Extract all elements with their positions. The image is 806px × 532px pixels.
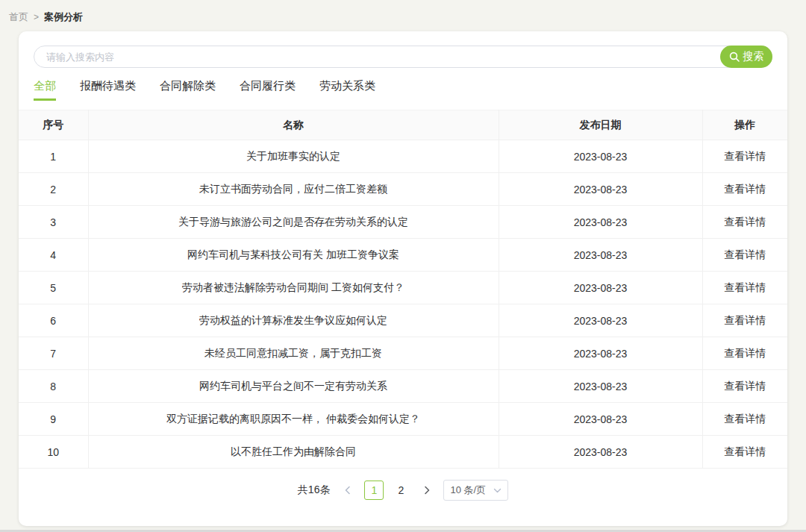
header-index: 序号 — [19, 110, 88, 140]
row-date-cell: 2023-08-23 — [499, 370, 702, 403]
chevron-down-icon — [493, 488, 502, 493]
row-date-cell: 2023-08-23 — [499, 304, 702, 337]
tab-contract-performance[interactable]: 合同履行类 — [240, 79, 296, 101]
view-details-link[interactable]: 查看详情 — [702, 140, 787, 173]
chevron-right-icon — [423, 486, 431, 495]
row-name-cell: 网约车司机与某科技公司有关 加班工资争议案 — [88, 239, 499, 272]
table-row: 10 以不胜任工作为由解除合同 2023-08-23 查看详情 — [19, 436, 787, 469]
view-details-link[interactable]: 查看详情 — [702, 337, 787, 370]
table-row: 8 网约车司机与平台之间不一定有劳动关系 2023-08-23 查看详情 — [19, 370, 787, 403]
page-button-2[interactable]: 2 — [391, 481, 410, 500]
row-name-cell: 未经员工同意扣减工资，属于克扣工资 — [88, 337, 499, 370]
page-size-value: 10 条/页 — [450, 484, 486, 497]
row-index-cell: 7 — [19, 337, 88, 370]
search-icon — [729, 51, 740, 62]
view-details-link[interactable]: 查看详情 — [702, 239, 787, 272]
row-date-cell: 2023-08-23 — [499, 206, 702, 239]
row-index-cell: 4 — [19, 239, 88, 272]
view-details-link[interactable]: 查看详情 — [702, 206, 787, 239]
row-name-cell: 关于加班事实的认定 — [88, 140, 499, 173]
view-details-link[interactable]: 查看详情 — [702, 436, 787, 469]
table-row: 2 未订立书面劳动合同，应付二倍工资差额 2023-08-23 查看详情 — [19, 173, 787, 206]
table-row: 6 劳动权益的计算标准发生争议应如何认定 2023-08-23 查看详情 — [19, 304, 787, 337]
table-header-row: 序号 名称 发布日期 操作 — [19, 110, 787, 140]
pagination-total: 共16条 — [298, 484, 331, 497]
row-index-cell: 2 — [19, 173, 88, 206]
breadcrumb-separator: > — [34, 12, 39, 22]
breadcrumb: 首页 > 案例分析 — [9, 10, 83, 24]
row-index-cell: 10 — [19, 436, 88, 469]
row-name-cell: 关于导游与旅游公司之间是否存在劳动关系的认定 — [88, 206, 499, 239]
tab-all[interactable]: 全部 — [34, 79, 56, 101]
table-row: 9 双方证据记载的离职原因不一样， 仲裁委会如何认定？ 2023-08-23 查… — [19, 403, 787, 436]
row-name-cell: 劳动权益的计算标准发生争议应如何认定 — [88, 304, 499, 337]
table-row: 5 劳动者被违法解除劳动合同期间 工资如何支付？ 2023-08-23 查看详情 — [19, 272, 787, 304]
table-row: 3 关于导游与旅游公司之间是否存在劳动关系的认定 2023-08-23 查看详情 — [19, 206, 787, 239]
row-index-cell: 3 — [19, 206, 88, 239]
table-row: 7 未经员工同意扣减工资，属于克扣工资 2023-08-23 查看详情 — [19, 337, 787, 370]
tab-contract-termination[interactable]: 合同解除类 — [160, 79, 216, 101]
tab-labor-relations[interactable]: 劳动关系类 — [319, 79, 375, 101]
row-index-cell: 9 — [19, 403, 88, 436]
row-index-cell: 1 — [19, 140, 88, 173]
chevron-left-icon — [344, 486, 352, 495]
search-input[interactable] — [34, 46, 772, 68]
row-name-cell: 未订立书面劳动合同，应付二倍工资差额 — [88, 173, 499, 206]
view-details-link[interactable]: 查看详情 — [702, 304, 787, 337]
breadcrumb-home[interactable]: 首页 — [9, 10, 28, 24]
search-button-label: 搜索 — [743, 50, 764, 63]
view-details-link[interactable]: 查看详情 — [702, 272, 787, 304]
tab-compensation[interactable]: 报酬待遇类 — [80, 79, 136, 101]
content-card: 搜索 全部 报酬待遇类 合同解除类 合同履行类 劳动关系类 序号 名称 发布日期… — [19, 31, 787, 526]
case-table: 序号 名称 发布日期 操作 1 关于加班事实的认定 2023-08-23 查看详… — [19, 110, 787, 469]
header-date: 发布日期 — [499, 110, 702, 140]
row-name-cell: 网约车司机与平台之间不一定有劳动关系 — [88, 370, 499, 403]
search-bar: 搜索 — [34, 46, 772, 68]
view-details-link[interactable]: 查看详情 — [702, 370, 787, 403]
row-name-cell: 以不胜任工作为由解除合同 — [88, 436, 499, 469]
breadcrumb-current: 案例分析 — [44, 10, 83, 24]
header-action: 操作 — [702, 110, 787, 140]
table-row: 4 网约车司机与某科技公司有关 加班工资争议案 2023-08-23 查看详情 — [19, 239, 787, 272]
row-name-cell: 双方证据记载的离职原因不一样， 仲裁委会如何认定？ — [88, 403, 499, 436]
view-details-link[interactable]: 查看详情 — [702, 403, 787, 436]
header-name: 名称 — [88, 110, 499, 140]
page-button-1[interactable]: 1 — [364, 481, 384, 500]
row-index-cell: 5 — [19, 272, 88, 304]
search-button[interactable]: 搜索 — [720, 46, 772, 68]
pagination: 共16条 1 2 10 条/页 — [19, 480, 787, 501]
page-size-select[interactable]: 10 条/页 — [443, 480, 508, 501]
row-date-cell: 2023-08-23 — [499, 436, 702, 469]
view-details-link[interactable]: 查看详情 — [702, 173, 787, 206]
table-row: 1 关于加班事实的认定 2023-08-23 查看详情 — [19, 140, 787, 173]
prev-page-button[interactable] — [339, 481, 357, 500]
row-date-cell: 2023-08-23 — [499, 403, 702, 436]
row-name-cell: 劳动者被违法解除劳动合同期间 工资如何支付？ — [88, 272, 499, 304]
row-date-cell: 2023-08-23 — [499, 337, 702, 370]
row-index-cell: 8 — [19, 370, 88, 403]
row-date-cell: 2023-08-23 — [499, 272, 702, 304]
category-tabs: 全部 报酬待遇类 合同解除类 合同履行类 劳动关系类 — [34, 79, 772, 101]
row-date-cell: 2023-08-23 — [499, 239, 702, 272]
table-body: 1 关于加班事实的认定 2023-08-23 查看详情 2 未订立书面劳动合同，… — [19, 140, 787, 469]
row-date-cell: 2023-08-23 — [499, 173, 702, 206]
next-page-button[interactable] — [418, 481, 436, 500]
row-index-cell: 6 — [19, 304, 88, 337]
row-date-cell: 2023-08-23 — [499, 140, 702, 173]
